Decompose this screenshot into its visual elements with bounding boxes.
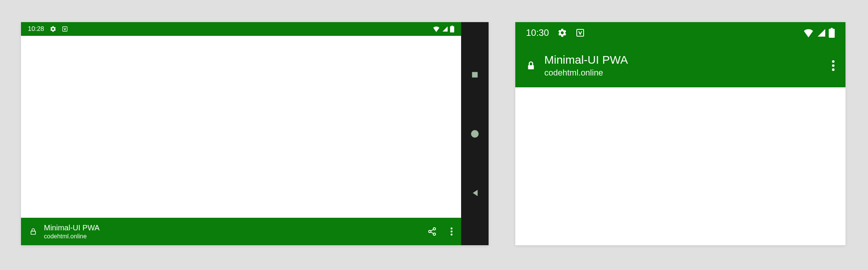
app-domain: codehtml.online	[44, 233, 100, 240]
svg-point-4	[433, 228, 436, 230]
back-button[interactable]	[469, 188, 480, 198]
device-portrait: 10:30	[515, 22, 845, 245]
svg-rect-3	[31, 231, 35, 234]
svg-point-11	[451, 234, 453, 236]
status-time: 10:30	[526, 27, 549, 38]
app-bar: Minimal-UI PWA codehtml.online	[21, 218, 461, 245]
svg-line-8	[431, 232, 434, 234]
lock-icon	[29, 227, 37, 236]
svg-point-5	[429, 230, 431, 233]
svg-point-13	[471, 130, 479, 138]
svg-point-19	[832, 64, 835, 67]
webview-content[interactable]	[21, 36, 461, 218]
app-title: Minimal-UI PWA	[44, 223, 100, 232]
gear-icon	[557, 28, 567, 38]
signal-icon	[442, 26, 449, 32]
home-button[interactable]	[469, 129, 480, 139]
wifi-icon	[432, 26, 440, 32]
battery-icon	[829, 28, 835, 38]
more-icon[interactable]	[832, 59, 835, 72]
status-bar: 10:28	[21, 22, 461, 36]
svg-rect-2	[452, 26, 453, 26]
status-time: 10:28	[28, 25, 44, 33]
gear-icon	[50, 26, 56, 32]
svg-point-6	[433, 233, 436, 235]
text-icon	[576, 28, 585, 37]
svg-rect-16	[831, 28, 833, 29]
svg-line-7	[431, 230, 434, 231]
device-landscape: 10:28	[21, 22, 489, 245]
svg-point-20	[832, 68, 835, 71]
lock-icon	[526, 59, 536, 72]
svg-point-18	[832, 60, 835, 63]
svg-rect-17	[528, 65, 534, 69]
battery-icon	[450, 26, 454, 32]
svg-rect-15	[829, 29, 835, 38]
overview-button[interactable]	[469, 69, 480, 80]
svg-rect-1	[450, 26, 454, 32]
webview-content[interactable]	[515, 87, 845, 245]
svg-rect-12	[472, 72, 478, 77]
more-icon[interactable]	[450, 227, 453, 236]
app-bar: Minimal-UI PWA codehtml.online	[515, 43, 845, 87]
app-title: Minimal-UI PWA	[544, 53, 628, 66]
app-domain: codehtml.online	[544, 68, 628, 78]
status-bar: 10:30	[515, 22, 845, 43]
text-icon	[62, 26, 68, 32]
share-icon[interactable]	[428, 227, 437, 236]
wifi-icon	[803, 28, 814, 37]
svg-point-10	[451, 231, 453, 233]
svg-point-9	[451, 228, 453, 230]
system-nav-bar	[461, 22, 489, 245]
signal-icon	[816, 28, 826, 37]
